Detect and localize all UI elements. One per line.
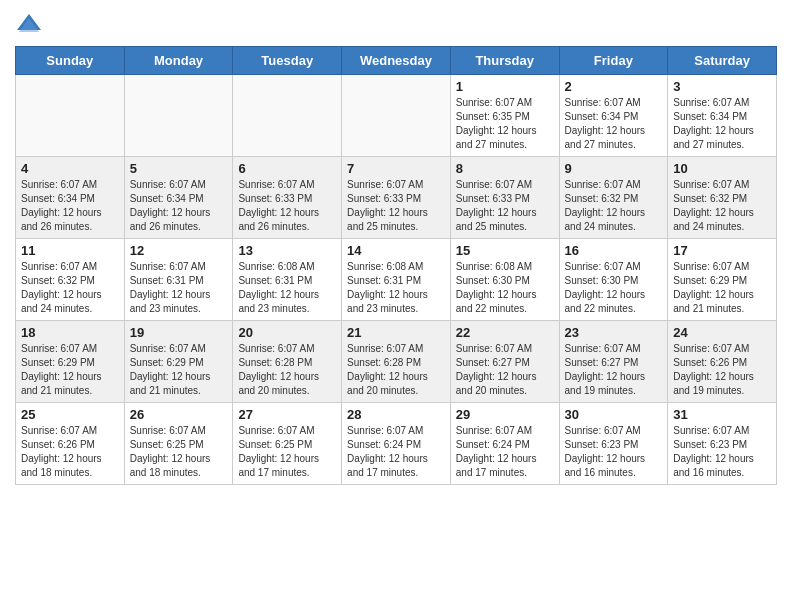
calendar-week-row: 4Sunrise: 6:07 AMSunset: 6:34 PMDaylight… (16, 157, 777, 239)
calendar-cell: 17Sunrise: 6:07 AMSunset: 6:29 PMDayligh… (668, 239, 777, 321)
calendar-cell: 15Sunrise: 6:08 AMSunset: 6:30 PMDayligh… (450, 239, 559, 321)
calendar-cell: 9Sunrise: 6:07 AMSunset: 6:32 PMDaylight… (559, 157, 668, 239)
day-info: Sunrise: 6:07 AMSunset: 6:30 PMDaylight:… (565, 260, 663, 316)
calendar-cell: 21Sunrise: 6:07 AMSunset: 6:28 PMDayligh… (342, 321, 451, 403)
calendar-cell: 2Sunrise: 6:07 AMSunset: 6:34 PMDaylight… (559, 75, 668, 157)
day-number: 15 (456, 243, 554, 258)
logo-icon (15, 10, 43, 38)
day-number: 20 (238, 325, 336, 340)
day-number: 19 (130, 325, 228, 340)
day-info: Sunrise: 6:07 AMSunset: 6:33 PMDaylight:… (238, 178, 336, 234)
calendar-cell: 16Sunrise: 6:07 AMSunset: 6:30 PMDayligh… (559, 239, 668, 321)
calendar-cell: 10Sunrise: 6:07 AMSunset: 6:32 PMDayligh… (668, 157, 777, 239)
day-number: 22 (456, 325, 554, 340)
day-number: 25 (21, 407, 119, 422)
calendar-cell: 18Sunrise: 6:07 AMSunset: 6:29 PMDayligh… (16, 321, 125, 403)
day-number: 30 (565, 407, 663, 422)
day-number: 8 (456, 161, 554, 176)
logo (15, 10, 47, 38)
calendar-cell: 23Sunrise: 6:07 AMSunset: 6:27 PMDayligh… (559, 321, 668, 403)
day-number: 28 (347, 407, 445, 422)
day-info: Sunrise: 6:07 AMSunset: 6:32 PMDaylight:… (673, 178, 771, 234)
calendar-cell: 8Sunrise: 6:07 AMSunset: 6:33 PMDaylight… (450, 157, 559, 239)
calendar-week-row: 1Sunrise: 6:07 AMSunset: 6:35 PMDaylight… (16, 75, 777, 157)
day-number: 27 (238, 407, 336, 422)
day-info: Sunrise: 6:07 AMSunset: 6:25 PMDaylight:… (130, 424, 228, 480)
calendar-cell: 3Sunrise: 6:07 AMSunset: 6:34 PMDaylight… (668, 75, 777, 157)
calendar-cell: 25Sunrise: 6:07 AMSunset: 6:26 PMDayligh… (16, 403, 125, 485)
day-number: 9 (565, 161, 663, 176)
calendar-cell: 22Sunrise: 6:07 AMSunset: 6:27 PMDayligh… (450, 321, 559, 403)
day-number: 11 (21, 243, 119, 258)
calendar-cell: 7Sunrise: 6:07 AMSunset: 6:33 PMDaylight… (342, 157, 451, 239)
day-info: Sunrise: 6:07 AMSunset: 6:32 PMDaylight:… (21, 260, 119, 316)
calendar-cell: 12Sunrise: 6:07 AMSunset: 6:31 PMDayligh… (124, 239, 233, 321)
day-number: 7 (347, 161, 445, 176)
calendar-cell: 27Sunrise: 6:07 AMSunset: 6:25 PMDayligh… (233, 403, 342, 485)
day-number: 3 (673, 79, 771, 94)
day-info: Sunrise: 6:07 AMSunset: 6:25 PMDaylight:… (238, 424, 336, 480)
day-info: Sunrise: 6:07 AMSunset: 6:34 PMDaylight:… (673, 96, 771, 152)
weekday-header: Saturday (668, 47, 777, 75)
day-number: 23 (565, 325, 663, 340)
calendar-week-row: 18Sunrise: 6:07 AMSunset: 6:29 PMDayligh… (16, 321, 777, 403)
day-info: Sunrise: 6:07 AMSunset: 6:31 PMDaylight:… (130, 260, 228, 316)
day-info: Sunrise: 6:07 AMSunset: 6:28 PMDaylight:… (347, 342, 445, 398)
calendar-cell: 11Sunrise: 6:07 AMSunset: 6:32 PMDayligh… (16, 239, 125, 321)
calendar-week-row: 11Sunrise: 6:07 AMSunset: 6:32 PMDayligh… (16, 239, 777, 321)
day-info: Sunrise: 6:08 AMSunset: 6:31 PMDaylight:… (347, 260, 445, 316)
day-number: 12 (130, 243, 228, 258)
day-number: 5 (130, 161, 228, 176)
day-info: Sunrise: 6:07 AMSunset: 6:23 PMDaylight:… (565, 424, 663, 480)
weekday-header: Thursday (450, 47, 559, 75)
calendar-cell: 14Sunrise: 6:08 AMSunset: 6:31 PMDayligh… (342, 239, 451, 321)
calendar-cell: 30Sunrise: 6:07 AMSunset: 6:23 PMDayligh… (559, 403, 668, 485)
calendar-cell: 13Sunrise: 6:08 AMSunset: 6:31 PMDayligh… (233, 239, 342, 321)
weekday-header: Monday (124, 47, 233, 75)
calendar-week-row: 25Sunrise: 6:07 AMSunset: 6:26 PMDayligh… (16, 403, 777, 485)
day-number: 16 (565, 243, 663, 258)
day-number: 6 (238, 161, 336, 176)
calendar-cell: 29Sunrise: 6:07 AMSunset: 6:24 PMDayligh… (450, 403, 559, 485)
day-number: 2 (565, 79, 663, 94)
day-info: Sunrise: 6:07 AMSunset: 6:27 PMDaylight:… (456, 342, 554, 398)
weekday-header: Wednesday (342, 47, 451, 75)
calendar-cell (16, 75, 125, 157)
day-number: 21 (347, 325, 445, 340)
day-info: Sunrise: 6:07 AMSunset: 6:24 PMDaylight:… (456, 424, 554, 480)
weekday-header: Sunday (16, 47, 125, 75)
calendar-cell (342, 75, 451, 157)
day-number: 10 (673, 161, 771, 176)
day-info: Sunrise: 6:07 AMSunset: 6:27 PMDaylight:… (565, 342, 663, 398)
day-number: 17 (673, 243, 771, 258)
day-info: Sunrise: 6:07 AMSunset: 6:33 PMDaylight:… (456, 178, 554, 234)
weekday-header: Tuesday (233, 47, 342, 75)
weekday-header-row: SundayMondayTuesdayWednesdayThursdayFrid… (16, 47, 777, 75)
day-info: Sunrise: 6:07 AMSunset: 6:24 PMDaylight:… (347, 424, 445, 480)
weekday-header: Friday (559, 47, 668, 75)
day-number: 31 (673, 407, 771, 422)
calendar-cell: 26Sunrise: 6:07 AMSunset: 6:25 PMDayligh… (124, 403, 233, 485)
day-info: Sunrise: 6:07 AMSunset: 6:29 PMDaylight:… (130, 342, 228, 398)
day-number: 29 (456, 407, 554, 422)
calendar-cell (233, 75, 342, 157)
calendar-cell: 20Sunrise: 6:07 AMSunset: 6:28 PMDayligh… (233, 321, 342, 403)
day-info: Sunrise: 6:07 AMSunset: 6:33 PMDaylight:… (347, 178, 445, 234)
day-number: 26 (130, 407, 228, 422)
day-info: Sunrise: 6:07 AMSunset: 6:32 PMDaylight:… (565, 178, 663, 234)
day-info: Sunrise: 6:08 AMSunset: 6:30 PMDaylight:… (456, 260, 554, 316)
page-header (15, 10, 777, 38)
day-info: Sunrise: 6:07 AMSunset: 6:34 PMDaylight:… (565, 96, 663, 152)
day-info: Sunrise: 6:07 AMSunset: 6:28 PMDaylight:… (238, 342, 336, 398)
calendar-cell: 1Sunrise: 6:07 AMSunset: 6:35 PMDaylight… (450, 75, 559, 157)
day-info: Sunrise: 6:07 AMSunset: 6:26 PMDaylight:… (673, 342, 771, 398)
calendar-table: SundayMondayTuesdayWednesdayThursdayFrid… (15, 46, 777, 485)
day-info: Sunrise: 6:07 AMSunset: 6:29 PMDaylight:… (673, 260, 771, 316)
calendar-cell: 6Sunrise: 6:07 AMSunset: 6:33 PMDaylight… (233, 157, 342, 239)
calendar-cell: 19Sunrise: 6:07 AMSunset: 6:29 PMDayligh… (124, 321, 233, 403)
day-info: Sunrise: 6:07 AMSunset: 6:34 PMDaylight:… (21, 178, 119, 234)
day-info: Sunrise: 6:07 AMSunset: 6:23 PMDaylight:… (673, 424, 771, 480)
calendar-cell: 31Sunrise: 6:07 AMSunset: 6:23 PMDayligh… (668, 403, 777, 485)
day-info: Sunrise: 6:07 AMSunset: 6:35 PMDaylight:… (456, 96, 554, 152)
day-number: 24 (673, 325, 771, 340)
